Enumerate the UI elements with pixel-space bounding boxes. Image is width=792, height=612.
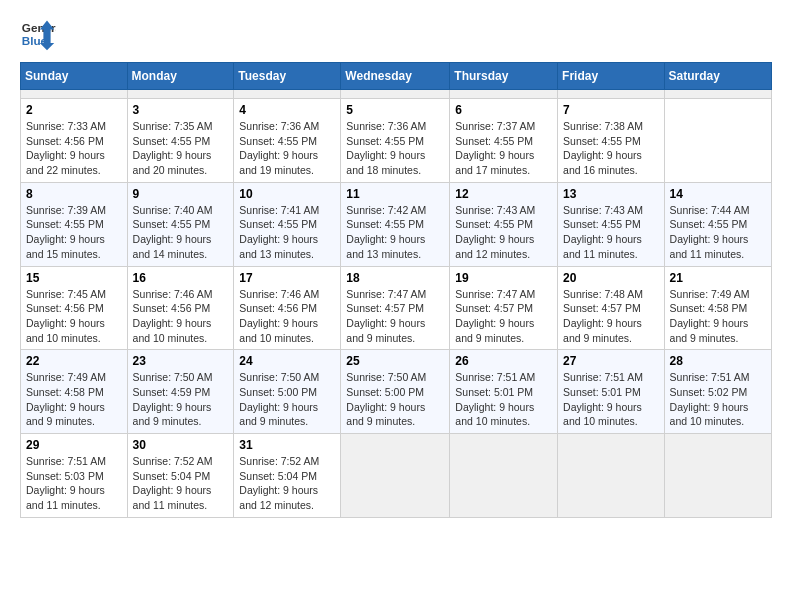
calendar-week-row: 2Sunrise: 7:33 AMSunset: 4:56 PMDaylight… xyxy=(21,99,772,183)
calendar-cell xyxy=(664,90,771,99)
day-number: 25 xyxy=(346,354,444,368)
day-info: Sunrise: 7:36 AMSunset: 4:55 PMDaylight:… xyxy=(239,120,319,176)
day-number: 10 xyxy=(239,187,335,201)
day-info: Sunrise: 7:43 AMSunset: 4:55 PMDaylight:… xyxy=(455,204,535,260)
calendar-cell: 16Sunrise: 7:46 AMSunset: 4:56 PMDayligh… xyxy=(127,266,234,350)
day-info: Sunrise: 7:39 AMSunset: 4:55 PMDaylight:… xyxy=(26,204,106,260)
calendar-cell: 31Sunrise: 7:52 AMSunset: 5:04 PMDayligh… xyxy=(234,434,341,518)
day-number: 26 xyxy=(455,354,552,368)
day-info: Sunrise: 7:33 AMSunset: 4:56 PMDaylight:… xyxy=(26,120,106,176)
calendar-cell: 7Sunrise: 7:38 AMSunset: 4:55 PMDaylight… xyxy=(558,99,665,183)
logo: General Blue xyxy=(20,16,56,52)
day-number: 23 xyxy=(133,354,229,368)
calendar-cell xyxy=(21,90,128,99)
day-number: 8 xyxy=(26,187,122,201)
day-info: Sunrise: 7:35 AMSunset: 4:55 PMDaylight:… xyxy=(133,120,213,176)
calendar-cell xyxy=(450,90,558,99)
calendar-cell xyxy=(234,90,341,99)
day-number: 31 xyxy=(239,438,335,452)
day-number: 15 xyxy=(26,271,122,285)
calendar-cell: 9Sunrise: 7:40 AMSunset: 4:55 PMDaylight… xyxy=(127,182,234,266)
day-number: 16 xyxy=(133,271,229,285)
calendar-cell: 12Sunrise: 7:43 AMSunset: 4:55 PMDayligh… xyxy=(450,182,558,266)
day-info: Sunrise: 7:50 AMSunset: 5:00 PMDaylight:… xyxy=(239,371,319,427)
day-info: Sunrise: 7:37 AMSunset: 4:55 PMDaylight:… xyxy=(455,120,535,176)
calendar-week-row: 8Sunrise: 7:39 AMSunset: 4:55 PMDaylight… xyxy=(21,182,772,266)
day-number: 9 xyxy=(133,187,229,201)
day-number: 4 xyxy=(239,103,335,117)
calendar-cell: 20Sunrise: 7:48 AMSunset: 4:57 PMDayligh… xyxy=(558,266,665,350)
calendar-cell: 3Sunrise: 7:35 AMSunset: 4:55 PMDaylight… xyxy=(127,99,234,183)
calendar-cell: 24Sunrise: 7:50 AMSunset: 5:00 PMDayligh… xyxy=(234,350,341,434)
calendar-cell: 22Sunrise: 7:49 AMSunset: 4:58 PMDayligh… xyxy=(21,350,128,434)
day-info: Sunrise: 7:51 AMSunset: 5:03 PMDaylight:… xyxy=(26,455,106,511)
calendar-cell: 5Sunrise: 7:36 AMSunset: 4:55 PMDaylight… xyxy=(341,99,450,183)
calendar-cell: 10Sunrise: 7:41 AMSunset: 4:55 PMDayligh… xyxy=(234,182,341,266)
day-number: 2 xyxy=(26,103,122,117)
day-number: 24 xyxy=(239,354,335,368)
day-number: 3 xyxy=(133,103,229,117)
calendar-cell xyxy=(558,90,665,99)
day-info: Sunrise: 7:46 AMSunset: 4:56 PMDaylight:… xyxy=(239,288,319,344)
calendar-cell: 17Sunrise: 7:46 AMSunset: 4:56 PMDayligh… xyxy=(234,266,341,350)
calendar-cell xyxy=(127,90,234,99)
day-number: 14 xyxy=(670,187,766,201)
day-number: 12 xyxy=(455,187,552,201)
day-info: Sunrise: 7:51 AMSunset: 5:01 PMDaylight:… xyxy=(563,371,643,427)
day-info: Sunrise: 7:50 AMSunset: 4:59 PMDaylight:… xyxy=(133,371,213,427)
day-number: 21 xyxy=(670,271,766,285)
day-info: Sunrise: 7:51 AMSunset: 5:02 PMDaylight:… xyxy=(670,371,750,427)
calendar-cell xyxy=(341,90,450,99)
calendar-cell xyxy=(664,434,771,518)
day-number: 19 xyxy=(455,271,552,285)
header-wednesday: Wednesday xyxy=(341,63,450,90)
day-info: Sunrise: 7:36 AMSunset: 4:55 PMDaylight:… xyxy=(346,120,426,176)
day-number: 5 xyxy=(346,103,444,117)
calendar-cell: 29Sunrise: 7:51 AMSunset: 5:03 PMDayligh… xyxy=(21,434,128,518)
calendar-cell: 27Sunrise: 7:51 AMSunset: 5:01 PMDayligh… xyxy=(558,350,665,434)
calendar-cell: 18Sunrise: 7:47 AMSunset: 4:57 PMDayligh… xyxy=(341,266,450,350)
day-info: Sunrise: 7:52 AMSunset: 5:04 PMDaylight:… xyxy=(239,455,319,511)
calendar-cell: 4Sunrise: 7:36 AMSunset: 4:55 PMDaylight… xyxy=(234,99,341,183)
header-thursday: Thursday xyxy=(450,63,558,90)
calendar-cell: 8Sunrise: 7:39 AMSunset: 4:55 PMDaylight… xyxy=(21,182,128,266)
day-number: 13 xyxy=(563,187,659,201)
day-info: Sunrise: 7:46 AMSunset: 4:56 PMDaylight:… xyxy=(133,288,213,344)
calendar-cell: 13Sunrise: 7:43 AMSunset: 4:55 PMDayligh… xyxy=(558,182,665,266)
header-friday: Friday xyxy=(558,63,665,90)
day-info: Sunrise: 7:43 AMSunset: 4:55 PMDaylight:… xyxy=(563,204,643,260)
day-number: 7 xyxy=(563,103,659,117)
day-info: Sunrise: 7:41 AMSunset: 4:55 PMDaylight:… xyxy=(239,204,319,260)
calendar-cell: 14Sunrise: 7:44 AMSunset: 4:55 PMDayligh… xyxy=(664,182,771,266)
calendar-cell: 11Sunrise: 7:42 AMSunset: 4:55 PMDayligh… xyxy=(341,182,450,266)
day-number: 17 xyxy=(239,271,335,285)
day-number: 20 xyxy=(563,271,659,285)
calendar-cell: 30Sunrise: 7:52 AMSunset: 5:04 PMDayligh… xyxy=(127,434,234,518)
calendar-cell: 28Sunrise: 7:51 AMSunset: 5:02 PMDayligh… xyxy=(664,350,771,434)
calendar-table: SundayMondayTuesdayWednesdayThursdayFrid… xyxy=(20,62,772,518)
day-info: Sunrise: 7:45 AMSunset: 4:56 PMDaylight:… xyxy=(26,288,106,344)
calendar-cell: 21Sunrise: 7:49 AMSunset: 4:58 PMDayligh… xyxy=(664,266,771,350)
day-info: Sunrise: 7:48 AMSunset: 4:57 PMDaylight:… xyxy=(563,288,643,344)
day-info: Sunrise: 7:47 AMSunset: 4:57 PMDaylight:… xyxy=(346,288,426,344)
calendar-cell: 19Sunrise: 7:47 AMSunset: 4:57 PMDayligh… xyxy=(450,266,558,350)
calendar-cell: 25Sunrise: 7:50 AMSunset: 5:00 PMDayligh… xyxy=(341,350,450,434)
day-info: Sunrise: 7:38 AMSunset: 4:55 PMDaylight:… xyxy=(563,120,643,176)
calendar-week-row: 15Sunrise: 7:45 AMSunset: 4:56 PMDayligh… xyxy=(21,266,772,350)
day-number: 6 xyxy=(455,103,552,117)
day-number: 18 xyxy=(346,271,444,285)
day-number: 30 xyxy=(133,438,229,452)
day-number: 27 xyxy=(563,354,659,368)
day-info: Sunrise: 7:50 AMSunset: 5:00 PMDaylight:… xyxy=(346,371,426,427)
day-info: Sunrise: 7:42 AMSunset: 4:55 PMDaylight:… xyxy=(346,204,426,260)
calendar-cell xyxy=(450,434,558,518)
calendar-week-row xyxy=(21,90,772,99)
calendar-cell: 2Sunrise: 7:33 AMSunset: 4:56 PMDaylight… xyxy=(21,99,128,183)
calendar-week-row: 22Sunrise: 7:49 AMSunset: 4:58 PMDayligh… xyxy=(21,350,772,434)
calendar-cell xyxy=(558,434,665,518)
day-info: Sunrise: 7:52 AMSunset: 5:04 PMDaylight:… xyxy=(133,455,213,511)
day-number: 28 xyxy=(670,354,766,368)
day-info: Sunrise: 7:47 AMSunset: 4:57 PMDaylight:… xyxy=(455,288,535,344)
calendar-cell: 15Sunrise: 7:45 AMSunset: 4:56 PMDayligh… xyxy=(21,266,128,350)
page-header: General Blue xyxy=(20,16,772,52)
